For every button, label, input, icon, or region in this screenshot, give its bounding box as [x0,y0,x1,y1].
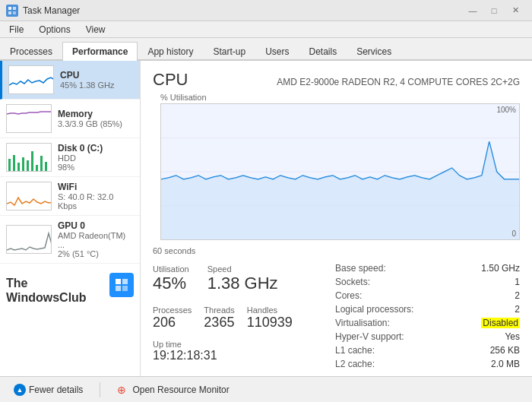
uptime-label: Up time [153,340,320,349]
sidebar-item-memory[interactable]: Memory 3.3/3.9 GB (85%) [0,100,140,138]
wifi-sidebar-title: WiFi [58,182,134,192]
sidebar-item-wifi[interactable]: WiFi S: 40.0 R: 32.0 Kbps [0,177,140,216]
speed-stat: Speed 1.38 GHz [207,261,278,296]
threads-label: Threads [204,305,234,315]
virt-key: Virtualisation: [335,318,390,328]
gpu-sidebar-info: GPU 0 AMD Radeon(TM) ... 2% (51 °C) [58,220,134,258]
svg-rect-16 [7,182,52,210]
svg-rect-10 [22,157,24,171]
cpu-title: CPU [153,70,188,90]
cpu-model: AMD E2-9000e RADEON R2, 4 COMPUTE CORES … [277,77,520,87]
window-controls: — □ ✕ [462,3,526,18]
open-resource-label: Open Resource Monitor [132,385,229,395]
cpu-chart: 100% 0 [160,103,520,240]
utilisation-stat: Utilisation 45% [153,261,189,296]
gpu-sidebar-subtitle2: 2% (51 °C) [58,249,134,258]
tab-startup[interactable]: Start-up [203,42,255,61]
disk-sidebar-subtitle1: HDD [58,154,134,163]
fewer-details-button[interactable]: ▲ Fewer details [9,381,87,399]
menu-file[interactable]: File [6,24,27,36]
sidebar-item-cpu[interactable]: CPU 45% 1.38 GHz [0,61,140,100]
svg-rect-1 [13,7,16,10]
stat-l1: L1 cache: 256 KB [335,343,520,357]
cpu-sidebar-info: CPU 45% 1.38 GHz [60,70,134,90]
l1-val: 256 KB [490,345,520,356]
menu-options[interactable]: Options [36,24,73,36]
disk-sidebar-subtitle2: 98% [58,163,134,172]
cpu-sidebar-subtitle: 45% 1.38 GHz [60,81,134,90]
sidebar-item-disk[interactable]: Disk 0 (C:) HDD 98% [0,138,140,177]
menu-view[interactable]: View [83,24,109,36]
main-content: CPU 45% 1.38 GHz Memory 3.3/3.9 GB (85%) [0,61,532,376]
chart-y-label: % Utilisation [160,93,520,102]
sockets-key: Sockets: [335,277,370,287]
svg-rect-9 [17,163,20,171]
stats-section: Utilisation 45% Speed 1.38 GHz Processes… [153,261,520,371]
tab-users[interactable]: Users [255,42,299,61]
logical-key: Logical processors: [335,304,413,315]
stat-virtualisation: Virtualisation: Disabled [335,316,520,330]
tab-app-history[interactable]: App history [138,42,203,61]
svg-rect-13 [36,165,38,171]
maximize-button[interactable]: □ [483,3,505,18]
svg-rect-2 [8,11,11,14]
svg-rect-11 [27,160,29,171]
menu-bar: File Options View [0,21,532,38]
open-resource-monitor-button[interactable]: ⊕ Open Resource Monitor [112,381,233,399]
svg-rect-3 [13,11,16,14]
utilisation-value: 45% [153,274,189,293]
base-speed-key: Base speed: [335,263,386,274]
uptime-value: 19:12:18:31 [153,349,320,362]
minimize-button[interactable]: — [462,3,483,18]
footer-divider [100,382,100,397]
memory-sidebar-info: Memory 3.3/3.9 GB (85%) [58,109,134,128]
tab-bar: Processes Performance App history Start-… [0,38,532,61]
content-area: CPU AMD E2-9000e RADEON R2, 4 COMPUTE CO… [141,61,532,376]
l2-val: 2.0 MB [491,359,520,369]
processes-label: Processes [153,305,192,315]
fewer-details-icon: ▲ [14,384,26,396]
threads-value: 2365 [204,315,234,331]
tab-details[interactable]: Details [299,42,347,61]
processes-value: 206 [153,315,192,331]
title-bar-text: Task Manager [23,5,80,16]
hyperv-key: Hyper-V support: [335,331,404,342]
handles-value: 110939 [247,315,293,331]
svg-rect-7 [8,159,11,171]
svg-rect-18 [116,279,121,284]
svg-rect-0 [8,7,11,10]
gpu-sidebar-subtitle1: AMD Radeon(TM) ... [58,231,134,249]
wifi-sidebar-subtitle: S: 40.0 R: 32.0 Kbps [58,192,134,210]
svg-rect-12 [31,151,33,171]
svg-rect-8 [13,155,15,171]
cores-val: 2 [515,290,520,301]
l1-key: L1 cache: [335,345,375,356]
tab-processes[interactable]: Processes [0,42,62,61]
right-stats: Base speed: 1.50 GHz Sockets: 1 Cores: 2… [335,261,520,371]
sidebar: CPU 45% 1.38 GHz Memory 3.3/3.9 GB (85%) [0,61,141,376]
stat-cores: Cores: 2 [335,289,520,302]
svg-rect-14 [40,156,43,171]
disk-sidebar-title: Disk 0 (C:) [58,143,134,154]
processes-stat: Processes 206 [153,302,192,334]
gpu-thumbnail [6,225,52,254]
left-stats: Utilisation 45% Speed 1.38 GHz Processes… [153,261,320,371]
cpu-thumbnail [8,65,54,94]
close-button[interactable]: ✕ [505,3,526,18]
utilisation-label: Utilisation [153,264,189,274]
chart-min: 0 [511,229,516,238]
title-bar-left: Task Manager [6,5,80,17]
sidebar-item-gpu[interactable]: GPU 0 AMD Radeon(TM) ... 2% (51 °C) [0,216,140,264]
virt-val: Disabled [481,318,520,328]
footer: ▲ Fewer details ⊕ Open Resource Monitor [0,376,532,402]
wifi-thumbnail [6,182,52,210]
chart-wrapper: % Utilisation 100% 0 [160,93,520,240]
wifi-sidebar-info: WiFi S: 40.0 R: 32.0 Kbps [58,182,134,210]
tab-services[interactable]: Services [347,42,401,61]
speed-label: Speed [207,264,278,274]
tab-performance[interactable]: Performance [62,42,138,61]
watermark-area: The WindowsClub [0,264,140,317]
handles-stat: Handles 110939 [247,302,293,334]
disk-thumbnail [6,143,52,172]
cpu-sidebar-title: CPU [60,70,134,81]
